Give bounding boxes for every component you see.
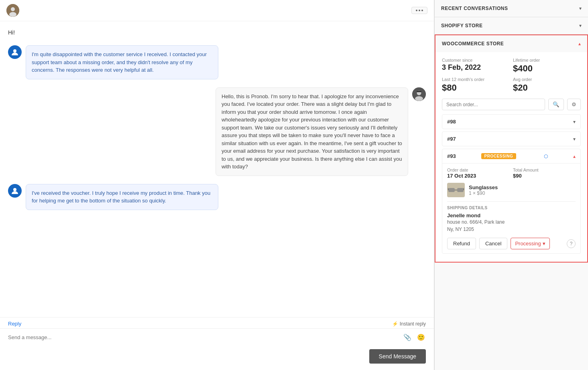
shopify-section: SHOPIFY STORE ▾ [435, 17, 588, 34]
last12-label: Last 12 month's order [442, 77, 510, 82]
send-btn-row: Send Message [0, 346, 434, 370]
emoji-icon[interactable]: 🙂 [416, 333, 426, 342]
greeting: Hi! [8, 29, 426, 37]
settings-button[interactable]: ⚙ [567, 99, 581, 110]
order-93-status: PROCESSING [481, 153, 517, 159]
product-thumbnail [447, 183, 465, 197]
shopify-chevron: ▾ [579, 23, 582, 28]
svg-point-3 [13, 49, 16, 53]
attachment-icon[interactable]: 📎 [403, 333, 412, 342]
dot3 [421, 10, 423, 11]
processing-chevron: ▾ [543, 241, 545, 247]
order-93-number: #93 [447, 153, 456, 159]
agent-message-1: Hello, this is Pronob. I'm sorry to hear… [216, 87, 408, 176]
shipping-address-line2: Ny, NY 1205 [447, 226, 474, 232]
order-97-number: #97 [447, 136, 456, 142]
order-actions: Refund Cancel Processing ▾ ? [447, 238, 576, 249]
shopify-header[interactable]: SHOPIFY STORE ▾ [435, 17, 588, 34]
product-row: Sunglasses 1 × $90 [447, 183, 576, 197]
message-input[interactable] [8, 334, 399, 340]
svg-point-1 [11, 7, 15, 11]
processing-button[interactable]: Processing ▾ [511, 238, 549, 249]
avg-order-value: $20 [513, 83, 581, 93]
shipping-address-line1: house no. 666/4, Park lane [447, 219, 505, 225]
avg-order-label: Avg order [513, 77, 581, 82]
input-icons: 📎 🙂 [403, 333, 426, 342]
processing-label: Processing [515, 241, 541, 247]
agent-avatar [412, 87, 426, 101]
recent-conversations-section: RECENT CONVERSATIONS ▾ [435, 0, 588, 17]
woocommerce-chevron: ▴ [578, 41, 581, 47]
shopify-title: SHOPIFY STORE [441, 23, 482, 28]
product-qty: 1 × $90 [469, 190, 576, 196]
order-98-header[interactable]: #98 ▾ [442, 115, 580, 129]
order-98-number: #98 [447, 119, 456, 125]
order-97-chevron: ▾ [573, 136, 576, 142]
order-93-link-icon[interactable]: ⬡ [544, 154, 548, 159]
recent-conversations-chevron: ▾ [579, 6, 582, 11]
order-98-chevron: ▾ [573, 119, 576, 125]
search-order-input[interactable] [442, 99, 545, 110]
chat-header [0, 0, 434, 21]
recent-conversations-header[interactable]: RECENT CONVERSATIONS ▾ [435, 0, 588, 17]
avg-order-stat: Avg order $20 [513, 77, 581, 93]
message-row-1: I'm quite disappointed with the customer… [8, 45, 426, 79]
order-date-label: Order date [447, 168, 510, 172]
woocommerce-section: WOOCOMMERCE STORE ▴ Customer since 3 Feb… [435, 34, 588, 263]
product-name: Sunglasses [469, 184, 576, 190]
order-97-header[interactable]: #97 ▾ [442, 132, 580, 146]
message-row-3: I've received the voucher. I truly hope … [8, 184, 426, 210]
customer-since-label: Customer since [442, 58, 510, 63]
woocommerce-header[interactable]: WOOCOMMERCE STORE ▴ [435, 35, 587, 52]
shipping-details: SHIPPING DETAILS Jenelle mond house no. … [447, 201, 576, 233]
woocommerce-title: WOOCOMMERCE STORE [442, 41, 504, 47]
customer-message-2: I've received the voucher. I truly hope … [26, 184, 218, 210]
order-total-value: $90 [513, 173, 576, 179]
refund-button[interactable]: Refund [447, 238, 476, 249]
shipping-title: SHIPPING DETAILS [447, 206, 576, 210]
svg-point-8 [13, 188, 16, 191]
order-93-meta: Order date 17 Oct 2023 Total Amount $90 [447, 168, 576, 179]
help-icon[interactable]: ? [567, 239, 576, 248]
svg-rect-9 [448, 188, 455, 192]
search-order-row: 🔍 ⚙ [442, 99, 581, 110]
svg-line-13 [464, 188, 464, 190]
product-info: Sunglasses 1 × $90 [469, 184, 576, 196]
lifetime-order-value: $400 [513, 63, 581, 74]
sunglasses-icon [448, 185, 464, 195]
order-date-value: 17 Oct 2023 [447, 173, 510, 179]
last12-value: $80 [442, 83, 510, 93]
message-input-area: 📎 🙂 [0, 329, 434, 346]
svg-rect-7 [417, 91, 421, 92]
contact-avatar [6, 4, 19, 17]
order-date-stat: Order date 17 Oct 2023 [447, 168, 510, 179]
header-left [6, 4, 19, 17]
search-order-button[interactable]: 🔍 [548, 99, 564, 110]
sidebar: RECENT CONVERSATIONS ▾ SHOPIFY STORE ▾ W… [434, 0, 588, 370]
customer-since-value: 3 Feb, 2022 [442, 63, 510, 72]
order-93-header[interactable]: #93 PROCESSING ⬡ ▴ [442, 149, 580, 163]
more-options-button[interactable] [411, 7, 427, 14]
customer-avatar-2 [8, 184, 22, 198]
reply-bar: Reply ⚡ Instant reply [0, 317, 434, 329]
chat-footer: Reply ⚡ Instant reply 📎 🙂 Send Message [0, 317, 434, 370]
dot2 [419, 10, 420, 11]
order-total-stat: Total Amount $90 [513, 168, 576, 179]
last12-stat: Last 12 month's order $80 [442, 77, 510, 93]
shipping-address: house no. 666/4, Park lane Ny, NY 1205 [447, 218, 576, 233]
reply-link[interactable]: Reply [8, 321, 21, 327]
send-message-button[interactable]: Send Message [369, 349, 426, 364]
cancel-button[interactable]: Cancel [479, 238, 507, 249]
customer-avatar-1 [8, 45, 22, 59]
instant-reply-button[interactable]: ⚡ Instant reply [392, 321, 426, 327]
order-total-label: Total Amount [513, 168, 576, 172]
svg-line-12 [448, 188, 448, 190]
customer-stats: Customer since 3 Feb, 2022 Lifetime orde… [442, 58, 581, 93]
message-row-2: Hello, this is Pronob. I'm sorry to hear… [8, 87, 426, 176]
order-93-chevron: ▴ [573, 154, 576, 159]
customer-message-1: I'm quite disappointed with the customer… [26, 45, 218, 79]
order-93-expanded: Order date 17 Oct 2023 Total Amount $90 [442, 163, 580, 253]
shipping-name: Jenelle mond [447, 212, 576, 218]
chat-messages: Hi! I'm quite disappointed with the cust… [0, 21, 434, 317]
recent-conversations-title: RECENT CONVERSATIONS [441, 6, 508, 11]
